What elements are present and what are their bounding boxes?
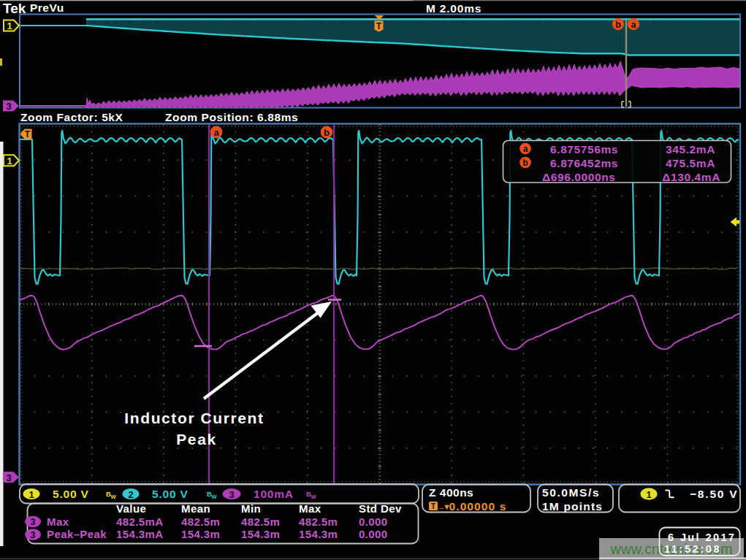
svg-text:3: 3 [31,517,36,527]
svg-text:Zoom Factor: 5kX: Zoom Factor: 5kX [20,111,123,123]
svg-text:0.000: 0.000 [359,528,388,540]
svg-text:1: 1 [646,489,651,500]
svg-text:W: W [311,494,317,500]
svg-text:b: b [522,158,528,168]
svg-text:1: 1 [7,156,12,166]
svg-text:Δ696.0000ns: Δ696.0000ns [542,171,615,183]
svg-text:T: T [376,21,382,31]
svg-text:Δ130.4mA: Δ130.4mA [662,171,720,183]
svg-text:6.876452ms: 6.876452ms [550,157,618,169]
svg-text:11:52:08: 11:52:08 [664,543,721,555]
svg-text:50.0MS/s: 50.0MS/s [542,486,600,499]
svg-text:W: W [212,494,218,500]
svg-text:Mean: Mean [181,502,210,515]
svg-text:Max: Max [299,502,321,515]
svg-text:a: a [213,127,219,138]
svg-text:Max: Max [47,515,69,528]
svg-text:a: a [631,20,637,30]
svg-text:6.875756ms: 6.875756ms [550,143,618,156]
svg-text:Tek: Tek [3,1,26,16]
svg-text:475.5mA: 475.5mA [666,157,715,169]
svg-text:5.00 V: 5.00 V [152,488,189,500]
svg-text:482.5m: 482.5m [181,515,220,528]
svg-text:PreVu: PreVu [30,1,64,14]
svg-text:Zoom Position: 6.88ms: Zoom Position: 6.88ms [165,111,298,123]
svg-text:Peak: Peak [176,431,216,448]
svg-text:W: W [111,494,117,500]
svg-text:Min: Min [241,502,261,515]
svg-text:Value: Value [116,502,146,515]
svg-text:0.000: 0.000 [359,515,388,528]
svg-text:154.3mA: 154.3mA [116,528,164,540]
svg-text:b: b [324,127,330,138]
svg-text:345.2mA: 345.2mA [666,143,715,156]
svg-text:3: 3 [31,530,36,540]
svg-text:5.00 V: 5.00 V [53,488,89,500]
svg-text:Z 400ns: Z 400ns [429,486,473,499]
svg-text:Inductor Current: Inductor Current [124,410,264,426]
svg-text:3: 3 [6,472,11,483]
svg-text:482.5m: 482.5m [241,515,280,528]
svg-text:482.5m: 482.5m [299,515,338,528]
svg-text:M 2.00ms: M 2.00ms [426,2,482,15]
svg-text:1M points: 1M points [542,500,603,513]
svg-text:2: 2 [128,489,133,500]
svg-text:6 Jul 2017: 6 Jul 2017 [668,532,736,543]
svg-text:154.3m: 154.3m [299,528,338,540]
svg-text:b: b [615,20,621,30]
svg-text:Std Dev: Std Dev [359,502,402,515]
svg-text:100mA: 100mA [254,488,294,500]
svg-text:1: 1 [28,489,34,500]
svg-text:1: 1 [7,20,12,31]
svg-text:Peak–Peak: Peak–Peak [47,528,107,540]
svg-text:154.3m: 154.3m [241,528,280,540]
svg-text:154.3m: 154.3m [181,528,220,540]
svg-text:T: T [431,502,436,510]
svg-text:3: 3 [6,101,11,112]
svg-text:−8.50 V: −8.50 V [690,488,738,500]
svg-text:482.5mA: 482.5mA [116,515,164,528]
svg-text:3: 3 [229,489,234,500]
svg-text:0.00000 s: 0.00000 s [449,500,507,513]
svg-text:T: T [25,129,31,139]
svg-text:a: a [523,144,528,154]
